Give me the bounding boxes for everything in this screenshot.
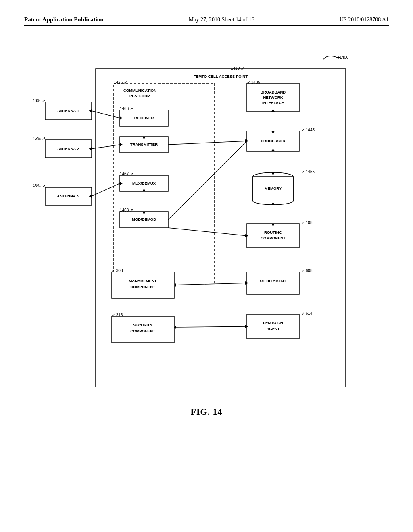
routing-label1: ROUTING (264, 230, 282, 235)
ref-1469N: 1469ₙ ↗ (33, 184, 45, 188)
management-label2: COMPONENT (130, 285, 155, 289)
ref-1445: ↙ 1445 (301, 128, 315, 132)
broadband-label3: INTERFACE (262, 100, 284, 105)
ref-1466: 1466 ↗ (120, 106, 133, 111)
publication-number: US 2010/0128708 A1 (340, 17, 389, 23)
ref-14692: 1469₂ ↗ (33, 136, 45, 141)
receiver-label: RECEIVER (134, 116, 154, 120)
publication-label: Patent Application Publication (24, 16, 104, 23)
moddemod-label: MOD/DEMOD (132, 217, 156, 222)
ref-608: ↙ 608 (301, 268, 313, 273)
ref-1467: 1467 ↗ (120, 172, 133, 176)
ref-1455: ↙ 1455 (301, 170, 315, 174)
comm-platform-label: COMMUNICATION (123, 88, 156, 93)
ref-1468: 1468 ↗ (120, 208, 133, 212)
diagram-area: 1400 FEMTO CELL ACCESS POINT 1410 ↙ COMM… (33, 34, 380, 429)
broadband-label2: NETWORK (263, 95, 283, 100)
femto-dh-label1: FEMTO DH (263, 320, 283, 325)
processor-label: PROCESSOR (261, 139, 286, 143)
ue-dh-label1: UE DH AGENT (260, 278, 286, 283)
antennaN-label: ANTENNA N (57, 194, 79, 198)
figure-label: FIG. 14 (190, 407, 222, 417)
femto-cell-label: FEMTO CELL ACCESS POINT (194, 74, 248, 79)
ref-1400: 1400 (340, 55, 349, 60)
ref-1410: 1410 ↙ (231, 66, 244, 71)
routing-label2: COMPONENT (261, 236, 286, 240)
page-header: Patent Application Publication May 27, 2… (24, 16, 389, 26)
ref-316: ↙ 316 (112, 313, 123, 317)
comm-platform-label2: PLATFORM (129, 94, 150, 98)
ref-14691: 1469₁ ↗ (33, 98, 45, 103)
transmitter-label: TRANSMITTER (130, 142, 158, 147)
broadband-label1: BROADBAND (261, 90, 286, 94)
patent-diagram: 1400 FEMTO CELL ACCESS POINT 1410 ↙ COMM… (33, 34, 380, 429)
ref-108: ↙ 108 (301, 220, 313, 225)
publication-date: May 27, 2010 Sheet 14 of 16 (189, 17, 254, 23)
ref-1435: ↙ 1435 (247, 80, 260, 85)
security-label2: COMPONENT (130, 329, 155, 333)
ref-1425: 1425 ↙ (114, 80, 127, 85)
memory-label: MEMORY (265, 186, 282, 191)
dots: ⋮ (66, 171, 70, 175)
ref-614: ↙ 614 (301, 311, 313, 316)
management-label1: MANAGEMENT (129, 278, 156, 283)
security-label1: SECURITY (133, 323, 153, 327)
muxdemux-label: MUX/DEMUX (132, 181, 156, 185)
femto-dh-label2: AGENT (266, 326, 280, 331)
ue-dh-box (247, 272, 299, 294)
antenna1-label: ANTENNA 1 (57, 108, 79, 113)
antenna2-label: ANTENNA 2 (57, 146, 79, 151)
page: Patent Application Publication May 27, 2… (0, 0, 413, 532)
ref-308: ↙ 308 (112, 268, 123, 273)
